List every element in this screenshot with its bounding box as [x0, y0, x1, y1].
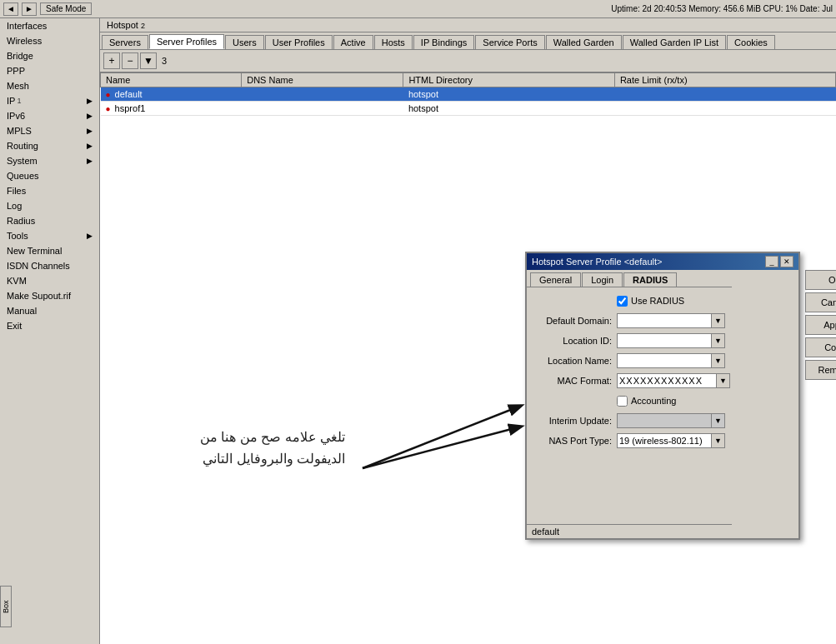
- tab-walled-garden-ip[interactable]: Walled Garden IP List: [623, 35, 726, 49]
- sidebar-item-system[interactable]: System ▶: [0, 153, 99, 168]
- dialog-tab-general[interactable]: General: [530, 272, 581, 287]
- accounting-label: Accounting: [631, 396, 676, 406]
- cancel-button[interactable]: Cancel: [805, 292, 836, 312]
- sidebar-item-interfaces[interactable]: Interfaces: [0, 18, 99, 33]
- mac-format-control: ▼: [617, 373, 730, 388]
- tab-server-profiles[interactable]: Server Profiles: [149, 34, 224, 49]
- nas-port-type-dropdown[interactable]: ▼: [712, 433, 725, 448]
- default-domain-label: Default Domain:: [533, 316, 617, 326]
- sidebar-item-ipv6[interactable]: IPv6 ▶: [0, 108, 99, 123]
- use-radius-checkbox[interactable]: [617, 296, 628, 307]
- sidebar-label-queues: Queues: [7, 171, 39, 181]
- sidebar-item-mesh[interactable]: Mesh: [0, 78, 99, 93]
- dialog-tab-login[interactable]: Login: [582, 272, 623, 287]
- interim-update-dropdown[interactable]: ▼: [712, 413, 725, 428]
- location-name-label: Location Name:: [533, 356, 617, 366]
- col-name[interactable]: Name: [101, 73, 242, 87]
- sidebar-item-manual[interactable]: Manual: [0, 303, 99, 318]
- sidebar-item-new-terminal[interactable]: New Terminal: [0, 243, 99, 258]
- nas-port-type-input[interactable]: [617, 433, 712, 448]
- interim-update-label: Interim Update:: [533, 416, 617, 426]
- sidebar-item-tools[interactable]: Tools ▶: [0, 228, 99, 243]
- interim-update-input[interactable]: [617, 413, 712, 428]
- apply-button[interactable]: Apply: [805, 315, 836, 335]
- sidebar-item-queues[interactable]: Queues: [0, 168, 99, 183]
- dialog-minimize-button[interactable]: _: [765, 256, 778, 267]
- forward-button[interactable]: ►: [22, 2, 37, 16]
- content-area: Hotspot 2 Servers Server Profiles Users …: [100, 18, 836, 644]
- routing-arrow-icon: ▶: [87, 142, 93, 150]
- tab-ip-bindings[interactable]: IP Bindings: [413, 35, 474, 49]
- sidebar-label-wireless: Wireless: [7, 36, 42, 46]
- sidebar-label-ip: IP: [7, 96, 15, 106]
- sidebar-label-routing: Routing: [7, 141, 38, 151]
- dialog-tab-radius[interactable]: RADIUS: [623, 272, 677, 287]
- sidebar-item-exit[interactable]: Exit: [0, 318, 99, 333]
- table-row[interactable]: ● default hotspot: [101, 87, 836, 102]
- safe-mode-button[interactable]: Safe Mode: [40, 2, 92, 15]
- col-dns[interactable]: DNS Name: [242, 73, 403, 87]
- default-domain-input[interactable]: [617, 313, 712, 328]
- row-html-hsprof1: hotspot: [403, 102, 615, 116]
- sidebar-item-routing[interactable]: Routing ▶: [0, 138, 99, 153]
- sidebar-item-bridge[interactable]: Bridge: [0, 48, 99, 63]
- tab-users[interactable]: Users: [225, 35, 264, 49]
- tab-servers[interactable]: Servers: [102, 35, 148, 49]
- mpls-arrow-icon: ▶: [87, 127, 93, 135]
- tab-user-profiles[interactable]: User Profiles: [265, 35, 333, 49]
- location-id-row: Location ID: ▼: [533, 332, 725, 349]
- location-name-control: ▼: [617, 353, 725, 368]
- use-radius-label: Use RADIUS: [631, 296, 684, 306]
- location-name-dropdown[interactable]: ▼: [712, 353, 725, 368]
- dialog-tabs: General Login RADIUS: [527, 270, 732, 287]
- row-dns-default: [242, 87, 403, 102]
- nas-port-type-control: ▼: [617, 433, 725, 448]
- location-id-input[interactable]: [617, 333, 712, 348]
- ok-button[interactable]: OK: [805, 270, 836, 290]
- dialog-close-button[interactable]: ✕: [780, 256, 793, 267]
- row-icon-default: ●: [106, 90, 111, 99]
- table-row[interactable]: ● hsprof1 hotspot: [101, 102, 836, 116]
- location-name-input[interactable]: [617, 353, 712, 368]
- sidebar-item-files[interactable]: Files: [0, 183, 99, 198]
- back-button[interactable]: ◄: [3, 2, 18, 16]
- add-button[interactable]: +: [103, 52, 120, 69]
- row-name-default: ● default: [101, 87, 242, 102]
- toolbar-num: 3: [162, 56, 167, 66]
- default-domain-dropdown[interactable]: ▼: [712, 313, 725, 328]
- dialog-action-buttons: OK Cancel Apply Copy Remove: [805, 270, 836, 380]
- dialog-spacer: [533, 452, 725, 519]
- sidebar-item-radius[interactable]: Radius: [0, 213, 99, 228]
- col-html-dir[interactable]: HTML Directory: [403, 73, 615, 87]
- sidebar-item-wireless[interactable]: Wireless: [0, 33, 99, 48]
- col-rate-limit[interactable]: Rate Limit (rx/tx): [614, 73, 835, 87]
- sidebar-item-isdn[interactable]: ISDN Channels: [0, 258, 99, 273]
- location-id-dropdown[interactable]: ▼: [712, 333, 725, 348]
- location-name-row: Location Name: ▼: [533, 352, 725, 369]
- accounting-checkbox[interactable]: [617, 396, 628, 407]
- sidebar-label-files: Files: [7, 186, 26, 196]
- sidebar-item-kvm[interactable]: KVM: [0, 273, 99, 288]
- tab-service-ports[interactable]: Service Ports: [475, 35, 544, 49]
- tab-walled-garden[interactable]: Walled Garden: [546, 35, 622, 49]
- sidebar-item-log[interactable]: Log: [0, 198, 99, 213]
- sidebar-item-make-supout[interactable]: Make Supout.rif: [0, 288, 99, 303]
- hotspot-num: 2: [141, 22, 145, 30]
- sidebar-item-ip[interactable]: IP 1 ▶: [0, 93, 99, 108]
- sidebar-label-ipv6: IPv6: [7, 111, 25, 121]
- sidebar-item-ppp[interactable]: PPP: [0, 63, 99, 78]
- sidebar-label-log: Log: [7, 201, 22, 211]
- remove-button-dialog[interactable]: Remove: [805, 360, 836, 380]
- filter-button[interactable]: ▼: [140, 52, 157, 69]
- tab-cookies[interactable]: Cookies: [727, 35, 775, 49]
- interim-update-control: ▼: [617, 413, 725, 428]
- copy-button[interactable]: Copy: [805, 337, 836, 357]
- tab-active[interactable]: Active: [333, 35, 373, 49]
- tab-hosts[interactable]: Hosts: [374, 35, 413, 49]
- mac-format-dropdown[interactable]: ▼: [717, 373, 730, 388]
- location-id-control: ▼: [617, 333, 725, 348]
- sidebar-label-radius: Radius: [7, 216, 35, 226]
- mac-format-input[interactable]: [617, 373, 717, 388]
- sidebar-item-mpls[interactable]: MPLS ▶: [0, 123, 99, 138]
- remove-button[interactable]: −: [122, 52, 138, 69]
